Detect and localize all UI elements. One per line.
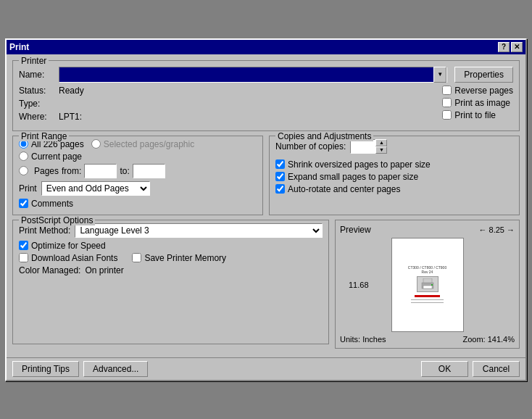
autorotate-label: Auto-rotate and center pages bbox=[288, 184, 400, 194]
from-input[interactable]: 1 bbox=[84, 164, 117, 178]
comments-label: Comments bbox=[31, 199, 73, 209]
bottom-section: PostScript Options Print Method: Languag… bbox=[12, 220, 520, 349]
cancel-button[interactable]: Cancel bbox=[473, 361, 520, 377]
reverse-pages-row: Reverse pages bbox=[442, 86, 513, 96]
expand-row: Expand small pages to paper size bbox=[275, 172, 513, 182]
units-label: Units: Inches bbox=[340, 335, 386, 344]
print-method-row: Print Method: Language Level 3 Language … bbox=[19, 223, 323, 238]
selected-radio[interactable] bbox=[91, 139, 101, 149]
autorotate-checkbox[interactable] bbox=[275, 184, 285, 194]
help-button[interactable]: ? bbox=[498, 42, 510, 52]
close-button[interactable]: ✕ bbox=[511, 42, 523, 52]
copies-number-row: Number of copies: 1 ▲ ▼ bbox=[275, 139, 513, 154]
number-label: Number of copies: bbox=[275, 141, 346, 152]
pages-label: Pages bbox=[34, 166, 59, 176]
save-memory-checkbox[interactable] bbox=[132, 253, 141, 262]
color-label: Color Managed: bbox=[19, 265, 80, 275]
where-label: Where: bbox=[19, 112, 59, 122]
color-value: On printer bbox=[85, 265, 123, 275]
preview-page: CT300 / CT800 / CT900 Rev 24 bbox=[391, 238, 464, 332]
copies-spinner: ▲ ▼ bbox=[375, 139, 387, 154]
print-range-label: Print Range bbox=[19, 131, 69, 141]
reverse-pages-checkbox[interactable] bbox=[442, 86, 452, 95]
expand-label: Expand small pages to paper size bbox=[288, 172, 418, 182]
copies-group-label: Copies and Adjustments bbox=[275, 131, 373, 141]
postscript-label: PostScript Options bbox=[19, 215, 95, 225]
reverse-pages-label: Reverse pages bbox=[454, 86, 513, 96]
svg-rect-1 bbox=[423, 278, 432, 283]
comments-checkbox[interactable] bbox=[19, 199, 28, 208]
copies-num-box: 1 ▲ ▼ bbox=[350, 139, 387, 154]
print-as-image-label: Print as image bbox=[454, 98, 510, 108]
printer-group: Printer Name: ▼ Properties Status: Ready bbox=[12, 60, 520, 131]
spin-down[interactable]: ▼ bbox=[375, 146, 387, 154]
where-value: LPT1: bbox=[59, 112, 82, 122]
footer-left: Printing Tips Advanced... bbox=[12, 361, 148, 377]
shrink-label: Shrink oversized pages to paper size bbox=[288, 159, 431, 170]
printer-info: Status: Ready Type: Where: LPT1: bbox=[19, 86, 428, 125]
properties-button[interactable]: Properties bbox=[454, 67, 513, 83]
current-page-row: Current page bbox=[19, 152, 257, 162]
dropdown-arrow[interactable]: ▼ bbox=[433, 67, 446, 83]
printer-name-row: Name: ▼ Properties bbox=[19, 67, 513, 83]
comments-row: Comments bbox=[19, 199, 257, 209]
expand-checkbox[interactable] bbox=[275, 172, 285, 181]
to-input[interactable]: 226 bbox=[133, 164, 165, 178]
optimize-checkbox[interactable] bbox=[19, 241, 28, 250]
print-range-group: Print Range All 226 pages Selected pages… bbox=[12, 136, 263, 215]
download-fonts-checkbox[interactable] bbox=[19, 253, 28, 262]
print-to-file-label: Print to file bbox=[454, 110, 496, 120]
copies-input[interactable]: 1 bbox=[350, 139, 375, 154]
print-as-image-row: Print as image bbox=[442, 98, 513, 108]
advanced-button[interactable]: Advanced... bbox=[83, 361, 148, 377]
print-as-image-checkbox[interactable] bbox=[442, 98, 452, 107]
preview-content-area: 11.68 CT300 / CT800 / CT900 Rev 24 bbox=[340, 238, 515, 332]
color-managed-row: Color Managed: On printer bbox=[19, 265, 323, 275]
preview-line2 bbox=[411, 302, 444, 303]
optimize-label: Optimize for Speed bbox=[31, 241, 106, 251]
where-row: Where: LPT1: bbox=[19, 112, 428, 122]
shrink-checkbox[interactable] bbox=[275, 159, 285, 169]
preview-header: Preview ← 8.25 → bbox=[340, 225, 515, 235]
type-row: Type: bbox=[19, 99, 428, 109]
preview-line2: Rev 24 bbox=[408, 270, 446, 274]
preview-height-dim: 11.68 bbox=[349, 281, 369, 289]
preview-width-dim: ← 8.25 → bbox=[478, 225, 515, 234]
status-row: Status: Ready bbox=[19, 86, 428, 96]
printing-tips-button[interactable]: Printing Tips bbox=[12, 361, 79, 377]
print-to-file-row: Print to file bbox=[442, 110, 513, 120]
postscript-group: PostScript Options Print Method: Languag… bbox=[12, 220, 329, 344]
ok-button[interactable]: OK bbox=[421, 361, 468, 377]
download-fonts-row: Download Asian Fonts bbox=[19, 253, 117, 263]
from-label: from: bbox=[62, 166, 81, 176]
method-select[interactable]: Language Level 3 Language Level 2 Langua… bbox=[75, 223, 323, 238]
print-select[interactable]: Even and Odd Pages Even Pages Only Odd P… bbox=[41, 181, 150, 196]
print-method-row: Print Even and Odd Pages Even Pages Only… bbox=[19, 181, 257, 196]
footer-right: OK Cancel bbox=[421, 361, 520, 377]
type-label: Type: bbox=[19, 99, 59, 109]
current-page-label: Current page bbox=[31, 152, 82, 162]
preview-bar bbox=[415, 295, 440, 297]
footer: Printing Tips Advanced... OK Cancel bbox=[7, 357, 525, 380]
pages-radio[interactable] bbox=[19, 166, 28, 175]
preview-line bbox=[411, 299, 444, 300]
middle-section: Print Range All 226 pages Selected pages… bbox=[12, 136, 520, 220]
selected-label: Selected pages/graphic bbox=[104, 139, 194, 149]
print-to-file-checkbox[interactable] bbox=[442, 110, 452, 120]
zoom-label: Zoom: 141.4% bbox=[462, 335, 515, 344]
printer-group-label: Printer bbox=[19, 56, 49, 66]
pages-row: Pages from: 1 to: 226 bbox=[19, 164, 257, 178]
name-label: Name: bbox=[19, 70, 51, 80]
status-label: Status: bbox=[19, 86, 59, 96]
dialog-title: Print bbox=[9, 42, 29, 52]
print-dialog: Print ? ✕ Printer Name: ▼ Properties S bbox=[5, 38, 527, 381]
spin-up[interactable]: ▲ bbox=[375, 139, 387, 146]
title-bar: Print ? ✕ bbox=[7, 40, 525, 54]
units-zoom-row: Units: Inches Zoom: 141.4% bbox=[340, 335, 515, 344]
printer-name-dropdown[interactable]: ▼ bbox=[59, 67, 447, 83]
optimize-row: Optimize for Speed bbox=[19, 241, 323, 251]
preview-printer-icon bbox=[417, 276, 439, 292]
current-page-radio[interactable] bbox=[19, 152, 28, 161]
copies-group: Copies and Adjustments Number of copies:… bbox=[269, 136, 520, 215]
printer-status-area: Status: Ready Type: Where: LPT1: bbox=[19, 86, 513, 125]
